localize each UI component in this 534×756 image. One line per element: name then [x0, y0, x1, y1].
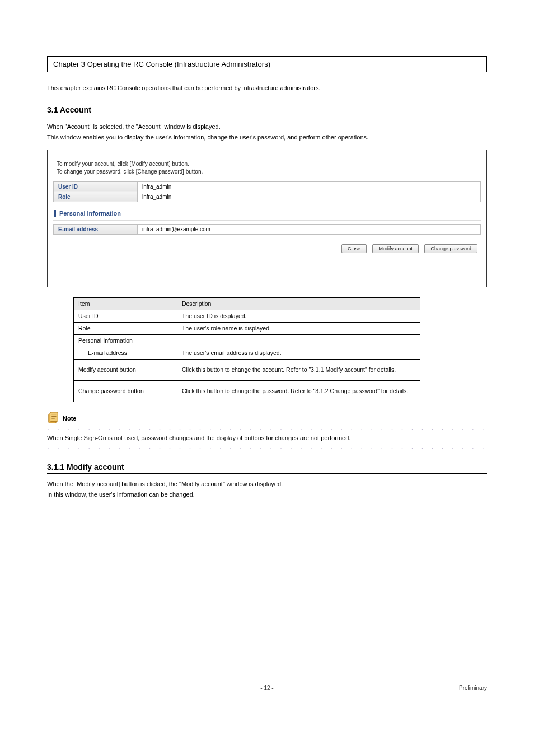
account-window-screenshot: To modify your account, click [Modify ac…: [47, 150, 487, 287]
section-3-1-1-heading: 3.1.1 Modify account: [47, 463, 487, 474]
desc-cell: Click this button to change the account.…: [177, 359, 420, 380]
chapter-title: Chapter 3 Operating the RC Console (Infr…: [53, 60, 270, 68]
desc-cell: The user ID is displayed.: [177, 310, 420, 322]
note-icon: [47, 412, 59, 424]
desc-cell: The user's email address is displayed.: [177, 347, 420, 359]
intro-text: This chapter explains RC Console operati…: [47, 83, 487, 93]
role-value: infra_admin: [138, 192, 481, 202]
item-cell: Change password button: [74, 380, 177, 402]
screenshot-instructions: To modify your account, click [Modify ac…: [57, 160, 481, 176]
role-label: Role: [54, 192, 138, 202]
table-row: E-mail address The user's email address …: [74, 347, 420, 359]
note-title: Note: [63, 415, 76, 422]
section-3-1-body: When "Account" is selected, the "Account…: [47, 122, 487, 143]
table-row: Personal Information: [74, 334, 420, 347]
instruction-line: To modify your account, click [Modify ac…: [57, 160, 481, 168]
button-row: Close Modify account Change password: [53, 242, 481, 253]
item-cell: Personal Information: [74, 334, 177, 347]
table-row: E-mail address infra_admin@example.com: [54, 224, 481, 234]
section-3-1-1-body: When the [Modify account] button is clic…: [47, 479, 487, 500]
close-button[interactable]: Close: [341, 244, 367, 253]
user-id-value: infra_admin: [138, 181, 481, 192]
header-item: Item: [74, 297, 177, 310]
table-header-row: Item Description: [74, 297, 420, 310]
note-header: Note: [47, 412, 487, 424]
body-line: In this window, the user's information c…: [47, 490, 487, 500]
footer-status: Preliminary: [459, 685, 487, 691]
page-number: - 12 -: [260, 685, 273, 691]
item-cell: E-mail address: [83, 347, 177, 359]
desc-cell: Click this button to change the password…: [177, 380, 420, 402]
desc-cell: The user's role name is displayed.: [177, 322, 420, 334]
divider: [53, 220, 481, 221]
body-line: This window enables you to display the u…: [47, 133, 487, 143]
table-row: User ID infra_admin: [54, 181, 481, 192]
table-row: Modify account button Click this button …: [74, 359, 420, 380]
section-3-1-heading: 3.1 Account: [47, 105, 487, 116]
dotted-rule: . . . . . . . . . . . . . . . . . . . . …: [47, 445, 487, 450]
user-id-label: User ID: [54, 181, 138, 192]
item-description-table: Item Description User ID The user ID is …: [73, 297, 420, 402]
item-cell: Modify account button: [74, 359, 177, 380]
note-body: When Single Sign-On is not used, passwor…: [47, 435, 487, 441]
item-cell: User ID: [74, 310, 177, 322]
email-label: E-mail address: [54, 224, 138, 234]
table-row: Role infra_admin: [54, 192, 481, 202]
desc-cell: [177, 334, 420, 347]
table-row: Role The user's role name is displayed.: [74, 322, 420, 334]
body-line: When the [Modify account] button is clic…: [47, 479, 487, 489]
page-footer: - 12 - Preliminary: [47, 685, 487, 691]
body-line: When "Account" is selected, the "Account…: [47, 122, 487, 132]
note-block: Note . . . . . . . . . . . . . . . . . .…: [47, 412, 487, 450]
account-info-table: User ID infra_admin Role infra_admin: [53, 181, 481, 202]
table-row: Change password button Click this button…: [74, 380, 420, 402]
modify-account-button[interactable]: Modify account: [372, 244, 419, 253]
personal-info-section-title: Personal Information: [54, 210, 481, 217]
indent-cell: [74, 347, 83, 359]
email-value: infra_admin@example.com: [138, 224, 481, 234]
header-description: Description: [177, 297, 420, 310]
instruction-line: To change your password, click [Change p…: [57, 168, 481, 176]
personal-info-table: E-mail address infra_admin@example.com: [53, 224, 481, 235]
item-cell: Role: [74, 322, 177, 334]
change-password-button[interactable]: Change password: [424, 244, 477, 253]
table-row: User ID The user ID is displayed.: [74, 310, 420, 322]
svg-rect-1: [50, 412, 58, 422]
dotted-rule: . . . . . . . . . . . . . . . . . . . . …: [47, 426, 487, 431]
chapter-title-box: Chapter 3 Operating the RC Console (Infr…: [47, 56, 487, 72]
